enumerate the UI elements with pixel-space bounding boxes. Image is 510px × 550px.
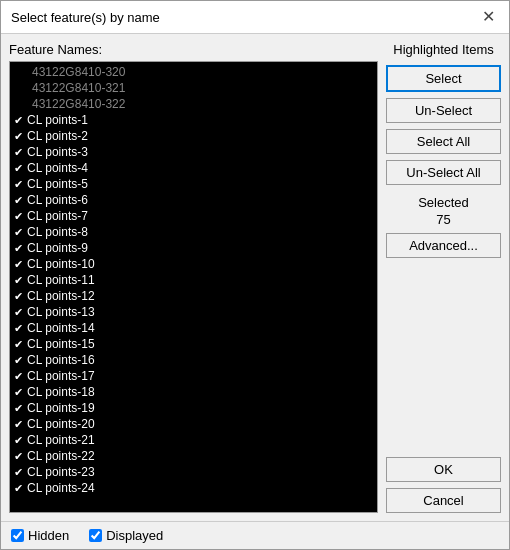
list-item[interactable]: CL points-13 bbox=[10, 304, 377, 320]
selected-label: Selected bbox=[418, 195, 469, 210]
list-item[interactable]: CL points-15 bbox=[10, 336, 377, 352]
list-item[interactable]: CL points-8 bbox=[10, 224, 377, 240]
list-item[interactable]: CL points-20 bbox=[10, 416, 377, 432]
list-item[interactable]: CL points-16 bbox=[10, 352, 377, 368]
list-container: 43122G8410-32043122G8410-32143122G8410-3… bbox=[9, 61, 378, 513]
list-item[interactable]: CL points-17 bbox=[10, 368, 377, 384]
close-button[interactable]: ✕ bbox=[478, 9, 499, 25]
list-item[interactable]: CL points-7 bbox=[10, 208, 377, 224]
highlighted-items-label: Highlighted Items bbox=[386, 42, 501, 59]
displayed-label: Displayed bbox=[106, 528, 163, 543]
list-item[interactable]: CL points-14 bbox=[10, 320, 377, 336]
unselect-all-button[interactable]: Un-Select All bbox=[386, 160, 501, 185]
list-item[interactable]: CL points-9 bbox=[10, 240, 377, 256]
hidden-label: Hidden bbox=[28, 528, 69, 543]
list-item[interactable]: 43122G8410-320 bbox=[10, 64, 377, 80]
list-item[interactable]: CL points-18 bbox=[10, 384, 377, 400]
title-bar: Select feature(s) by name ✕ bbox=[1, 1, 509, 34]
displayed-checkbox[interactable] bbox=[89, 529, 102, 542]
dialog: Select feature(s) by name ✕ Feature Name… bbox=[0, 0, 510, 550]
list-item[interactable]: CL points-10 bbox=[10, 256, 377, 272]
advanced-button[interactable]: Advanced... bbox=[386, 233, 501, 258]
list-item[interactable]: CL points-3 bbox=[10, 144, 377, 160]
selected-section: Selected 75 bbox=[386, 195, 501, 227]
dialog-title: Select feature(s) by name bbox=[11, 10, 160, 25]
list-item[interactable]: CL points-11 bbox=[10, 272, 377, 288]
hidden-checkbox-label[interactable]: Hidden bbox=[11, 528, 69, 543]
selected-count: 75 bbox=[386, 212, 501, 227]
displayed-checkbox-label[interactable]: Displayed bbox=[89, 528, 163, 543]
select-all-button[interactable]: Select All bbox=[386, 129, 501, 154]
list-scroll[interactable]: 43122G8410-32043122G8410-32143122G8410-3… bbox=[10, 62, 377, 512]
ok-button[interactable]: OK bbox=[386, 457, 501, 482]
hidden-checkbox[interactable] bbox=[11, 529, 24, 542]
list-item[interactable]: CL points-2 bbox=[10, 128, 377, 144]
list-item[interactable]: CL points-12 bbox=[10, 288, 377, 304]
ok-cancel-section: OK Cancel bbox=[386, 457, 501, 513]
feature-names-label: Feature Names: bbox=[9, 42, 378, 57]
select-button[interactable]: Select bbox=[386, 65, 501, 92]
list-item[interactable]: CL points-22 bbox=[10, 448, 377, 464]
list-item[interactable]: CL points-5 bbox=[10, 176, 377, 192]
main-content: Feature Names: 43122G8410-32043122G8410-… bbox=[1, 34, 509, 521]
left-panel: Feature Names: 43122G8410-32043122G8410-… bbox=[9, 42, 378, 513]
right-panel: Highlighted Items Select Un-Select Selec… bbox=[386, 42, 501, 513]
cancel-button[interactable]: Cancel bbox=[386, 488, 501, 513]
footer: Hidden Displayed bbox=[1, 521, 509, 549]
list-item[interactable]: CL points-4 bbox=[10, 160, 377, 176]
list-item[interactable]: 43122G8410-322 bbox=[10, 96, 377, 112]
list-item[interactable]: CL points-1 bbox=[10, 112, 377, 128]
unselect-button[interactable]: Un-Select bbox=[386, 98, 501, 123]
list-item[interactable]: 43122G8410-321 bbox=[10, 80, 377, 96]
list-item[interactable]: CL points-21 bbox=[10, 432, 377, 448]
list-item[interactable]: CL points-23 bbox=[10, 464, 377, 480]
list-item[interactable]: CL points-19 bbox=[10, 400, 377, 416]
list-item[interactable]: CL points-6 bbox=[10, 192, 377, 208]
list-item[interactable]: CL points-24 bbox=[10, 480, 377, 496]
